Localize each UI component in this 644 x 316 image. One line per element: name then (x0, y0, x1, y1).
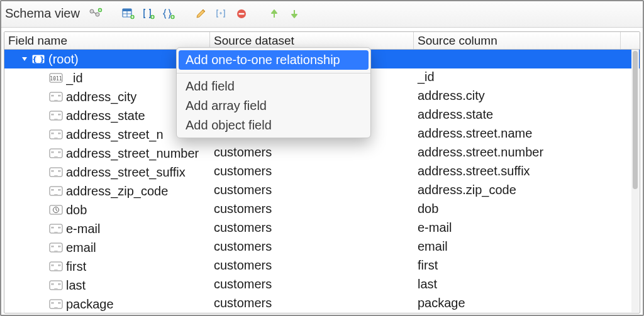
field-name-label: first (66, 259, 86, 274)
string-type-icon: "_" (48, 185, 64, 197)
context-menu: Add one-to-one relationshipAdd fieldAdd … (176, 47, 371, 138)
svg-text:"_": "_" (51, 132, 61, 138)
field-name-label: address_state (66, 109, 145, 123)
move-up-icon (267, 7, 281, 21)
svg-text:"_": "_" (51, 226, 61, 232)
cell-field-name: "_"last (4, 276, 210, 295)
table-row[interactable]: "_"lastcustomerslast (4, 276, 640, 295)
toolbar-title: Schema view (5, 6, 80, 21)
table-row[interactable]: "_"address_street_suffixcustomersaddress… (4, 163, 640, 182)
cell-source-column: address.state (414, 106, 621, 125)
table-row[interactable]: "_"address_zip_codecustomersaddress.zip_… (4, 182, 640, 200)
field-name-label: e-mail (66, 222, 100, 236)
delete-button[interactable] (233, 6, 250, 22)
string-type-icon: "_" (48, 91, 64, 102)
table-row[interactable]: "_"e-mailcustomerse-mail (4, 219, 640, 238)
date-type-icon (48, 204, 64, 215)
field-name-label: address_zip_code (66, 184, 168, 199)
table-row[interactable]: "_"firstcustomersfirst (4, 257, 640, 276)
field-name-label: _id (66, 71, 83, 85)
cell-source-column: package (414, 295, 621, 313)
cell-source-dataset: customers (210, 163, 414, 182)
string-type-icon: "_" (48, 280, 64, 291)
field-name-label: package (66, 297, 114, 312)
svg-text:"_": "_" (51, 245, 61, 251)
add-array-icon (142, 7, 155, 21)
context-menu-separator (177, 73, 370, 74)
field-name-label: email (66, 241, 96, 255)
cell-source-dataset: customers (210, 276, 414, 295)
move-down-button[interactable] (286, 6, 303, 22)
header-field-name[interactable]: Field name (4, 32, 210, 49)
cell-source-dataset: customers (210, 219, 414, 238)
cell-source-column: address.street.number (414, 144, 621, 163)
object-type-icon: { } (31, 53, 46, 65)
context-menu-item[interactable]: Add one-to-one relationship (179, 50, 369, 70)
field-name-label: address_street_n (66, 128, 164, 142)
cell-field-name: "_"address_street_number (4, 144, 210, 163)
edit-button[interactable] (193, 6, 209, 22)
table-row[interactable]: dobcustomersdob (4, 200, 640, 219)
header-source-column[interactable]: Source column (414, 32, 621, 49)
context-menu-item[interactable]: Add object field (177, 116, 370, 135)
cell-source-column: address.street.suffix (414, 163, 621, 182)
cell-source-dataset: customers (210, 144, 414, 163)
reorder-button[interactable] (213, 6, 230, 22)
cell-field-name: "_"email (4, 238, 210, 257)
table-row[interactable]: "_"emailcustomersemail (4, 238, 640, 257)
cell-source-dataset: customers (210, 182, 414, 200)
add-table-button[interactable] (120, 6, 136, 22)
cell-source-column: first (414, 257, 621, 276)
add-table-icon (121, 7, 135, 21)
string-type-icon: "_" (48, 110, 64, 121)
string-type-icon: "_" (48, 223, 64, 234)
svg-text:"_": "_" (51, 264, 61, 270)
svg-text:1011: 1011 (50, 76, 62, 82)
cell-source-column: email (414, 238, 621, 257)
field-name-label: dob (66, 203, 87, 217)
scrollbar[interactable] (631, 50, 639, 312)
context-menu-item[interactable]: Add field (177, 77, 370, 96)
string-type-icon: "_" (48, 298, 64, 310)
field-name-label: address_street_number (66, 146, 199, 161)
disclosure-triangle-icon[interactable] (21, 55, 28, 63)
scrollbar-thumb[interactable] (633, 51, 638, 189)
field-name-label: address_street_suffix (66, 165, 186, 180)
context-menu-item[interactable]: Add array field (177, 96, 370, 116)
svg-point-1 (96, 13, 99, 16)
delete-icon (235, 7, 248, 21)
add-object-button[interactable] (160, 6, 177, 22)
field-name-label: last (66, 278, 86, 293)
cell-field-name: "_"package (4, 295, 210, 313)
string-type-icon: "_" (48, 242, 64, 253)
cell-source-column: address.street.name (414, 125, 621, 144)
cell-field-name: "_"e-mail (4, 219, 210, 238)
move-up-button[interactable] (266, 6, 282, 22)
header-source-dataset[interactable]: Source dataset (210, 32, 414, 49)
svg-point-0 (90, 9, 94, 13)
string-type-icon: "_" (48, 261, 64, 272)
move-down-icon (287, 7, 301, 21)
add-array-button[interactable] (140, 6, 157, 22)
cell-source-column: address.zip_code (414, 182, 621, 200)
svg-text:{ }: { } (33, 56, 44, 63)
cell-source-column: last (414, 276, 621, 295)
cell-source-column: address.city (414, 87, 621, 106)
add-relationship-icon (89, 7, 103, 21)
table-row[interactable]: "_"packagecustomerspackage (4, 295, 640, 313)
svg-text:"_": "_" (51, 94, 61, 101)
cell-field-name: "_"first (4, 257, 210, 276)
table-row[interactable]: "_"address_street_numbercustomersaddress… (4, 144, 640, 163)
schema-toolbar: Schema view (0, 0, 644, 28)
binary-type-icon: 1011 (48, 72, 64, 84)
cell-field-name: "_"address_street_suffix (4, 163, 210, 182)
string-type-icon: "_" (48, 148, 64, 159)
field-name-label: (root) (48, 52, 79, 67)
svg-text:"_": "_" (51, 302, 61, 308)
field-name-label: address_city (66, 90, 136, 104)
svg-text:"_": "_" (51, 151, 61, 157)
cell-source-dataset: customers (210, 200, 414, 219)
cell-source-dataset: customers (210, 238, 414, 257)
cell-field-name: "_"address_zip_code (4, 182, 210, 200)
add-relationship-button[interactable] (87, 6, 104, 22)
